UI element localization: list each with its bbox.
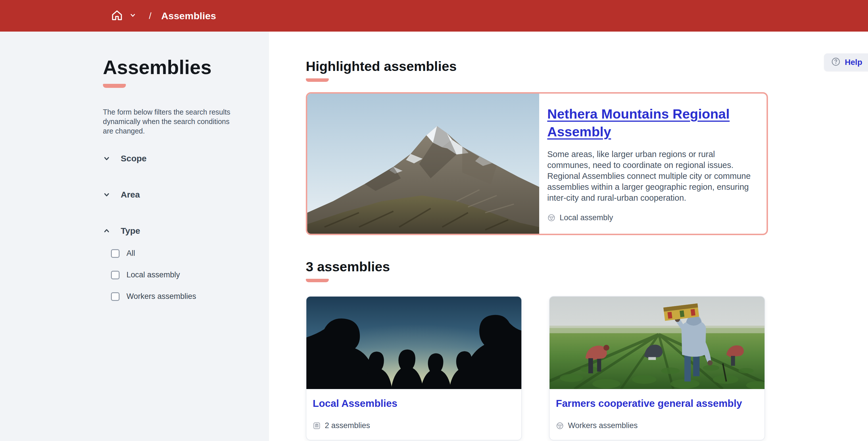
globe-icon xyxy=(556,422,564,430)
assembly-card-title-link[interactable]: Local Assemblies xyxy=(313,398,397,409)
filters-sidebar: Assemblies The form below filters the se… xyxy=(0,32,269,441)
farm-workers-photo[interactable] xyxy=(550,297,765,389)
type-option-local-assembly-label: Local assembly xyxy=(126,270,180,279)
assemblies-card-grid: Local Assemblies 2 assemblies xyxy=(306,296,868,440)
filter-section-type: Type All Local assembly Workers assembli… xyxy=(103,226,235,301)
filter-label-type: Type xyxy=(121,226,140,236)
filter-section-area: Area xyxy=(103,190,235,200)
chevron-up-icon xyxy=(103,227,111,235)
assembly-card-farmers-cooperative[interactable]: Farmers cooperative general assembly xyxy=(549,296,765,440)
assembly-card-meta-label: 2 assemblies xyxy=(325,421,370,430)
checkbox-local-assembly[interactable] xyxy=(111,271,120,279)
chevron-down-icon xyxy=(129,12,136,20)
question-circle-icon xyxy=(831,57,841,68)
results-section: 3 assemblies xyxy=(306,259,868,282)
highlighted-assembly-type-label: Local assembly xyxy=(560,213,613,222)
page-title: Assemblies xyxy=(103,57,235,77)
assembly-card-meta: Workers assemblies xyxy=(556,421,756,430)
help-button-label: Help xyxy=(845,58,862,67)
highlighted-assembly-card[interactable]: Nethera Mountains Regional Assembly Some… xyxy=(306,92,768,235)
people-silhouettes-photo[interactable] xyxy=(306,297,521,389)
home-icon[interactable] xyxy=(111,9,124,23)
title-accent-bar xyxy=(103,84,126,88)
type-option-all-label: All xyxy=(126,249,135,258)
help-button[interactable]: Help xyxy=(824,54,868,71)
type-option-local-assembly[interactable]: Local assembly xyxy=(111,270,235,279)
topbar: / Assemblies xyxy=(0,0,868,32)
filter-toggle-area[interactable]: Area xyxy=(103,190,235,200)
main-content: Help Highlighted assemblies xyxy=(269,32,868,441)
filter-section-scope: Scope xyxy=(103,154,235,163)
highlighted-assembly-description: Some areas, like larger urban regions or… xyxy=(547,149,758,203)
assembly-card-meta-label: Workers assemblies xyxy=(568,421,638,430)
highlighted-assemblies-heading: Highlighted assemblies xyxy=(306,59,868,74)
chevron-down-icon xyxy=(103,191,111,198)
mountain-photo[interactable] xyxy=(307,94,539,234)
assembly-card-local-assemblies[interactable]: Local Assemblies 2 assemblies xyxy=(306,296,522,440)
breadcrumb-separator: / xyxy=(149,11,152,21)
home-link[interactable] xyxy=(111,9,124,23)
breadcrumb-current-assemblies[interactable]: Assemblies xyxy=(161,10,216,22)
results-count-heading: 3 assemblies xyxy=(306,259,868,274)
type-filter-options: All Local assembly Workers assemblies xyxy=(103,249,235,301)
filters-description: The form below filters the search result… xyxy=(103,107,233,136)
checkbox-all[interactable] xyxy=(111,249,120,258)
assemblies-page: / Assemblies Assemblies The form below f… xyxy=(0,0,868,441)
card-body: Local Assemblies 2 assemblies xyxy=(306,389,521,440)
type-option-workers-assemblies[interactable]: Workers assemblies xyxy=(111,292,235,301)
assembly-card-title-link[interactable]: Farmers cooperative general assembly xyxy=(556,398,742,409)
highlighted-assembly-title-link[interactable]: Nethera Mountains Regional Assembly xyxy=(547,105,758,141)
card-body: Farmers cooperative general assembly xyxy=(550,389,765,440)
globe-icon xyxy=(547,214,556,222)
type-option-all[interactable]: All xyxy=(111,249,235,258)
chevron-down-icon xyxy=(103,155,111,162)
type-option-workers-assemblies-label: Workers assemblies xyxy=(126,292,196,301)
filter-label-scope: Scope xyxy=(121,154,147,163)
assembly-card-meta: 2 assemblies xyxy=(313,421,513,430)
breadcrumb-dropdown-toggle[interactable] xyxy=(129,12,136,20)
filter-toggle-scope[interactable]: Scope xyxy=(103,154,235,163)
highlighted-card-body: Nethera Mountains Regional Assembly Some… xyxy=(539,94,767,234)
highlighted-assembly-type: Local assembly xyxy=(547,213,758,222)
filters-form: Scope Area xyxy=(103,154,235,301)
checkbox-workers-assemblies[interactable] xyxy=(111,292,120,301)
heading-accent-bar xyxy=(306,279,329,282)
bank-icon xyxy=(313,422,321,430)
filter-toggle-type[interactable]: Type xyxy=(103,226,235,236)
filter-label-area: Area xyxy=(121,190,140,200)
heading-accent-bar xyxy=(306,78,329,82)
